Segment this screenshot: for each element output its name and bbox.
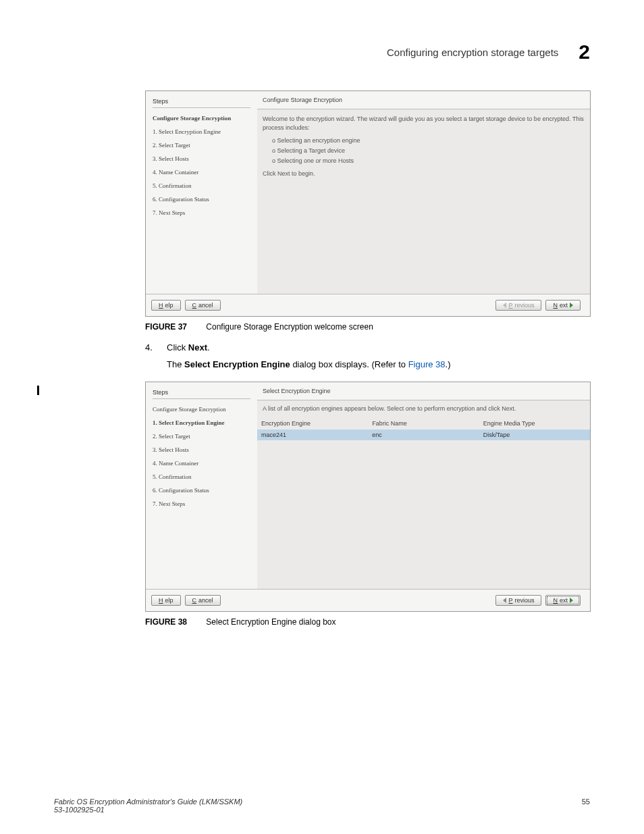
footer-book-title: Fabric OS Encryption Administrator's Gui…: [54, 798, 242, 806]
step-item: 2. Select Target: [153, 433, 250, 440]
wizard-intro-text: Welcome to the encryption wizard. The wi…: [263, 115, 585, 132]
engine-table-header: Encryption Engine Fabric Name Engine Med…: [257, 417, 590, 429]
wizard-steps-panel: Steps Configure Storage Encryption 1. Se…: [146, 382, 257, 589]
step-item: 1. Select Encryption Engine: [153, 128, 250, 135]
bullet-item: o Selecting a Target device: [272, 147, 585, 154]
step-item: 7. Next Steps: [153, 209, 250, 216]
step-item: 6. Configuration Status: [153, 487, 250, 494]
step-4-instruction: 4. Click Next.: [145, 342, 590, 353]
figure-38-caption: FIGURE 38 Select Encryption Engine dialo…: [145, 617, 590, 627]
triangle-left-icon: [503, 303, 506, 308]
wizard-click-next: Click Next to begin.: [263, 170, 585, 178]
step-item: 5. Confirmation: [153, 182, 250, 189]
step-text: Click Next.: [167, 342, 210, 353]
figure-number: FIGURE 38: [145, 617, 187, 627]
figure-37-dialog: Steps Configure Storage Encryption 1. Se…: [145, 90, 591, 317]
wizard-content-panel: Configure Storage Encryption Welcome to …: [257, 91, 590, 294]
engine-table-empty: [257, 440, 590, 589]
next-button[interactable]: Next: [545, 300, 581, 311]
step-number: 4.: [145, 342, 155, 353]
step-item: 6. Configuration Status: [153, 196, 250, 203]
triangle-left-icon: [503, 598, 506, 603]
header-title: Configuring encryption storage targets: [387, 47, 558, 58]
step-item: Configure Storage Encryption: [153, 406, 250, 413]
figure-number: FIGURE 37: [145, 322, 187, 332]
wizard-page-title: Configure Storage Encryption: [257, 91, 590, 109]
step-item: 3. Select Hosts: [153, 446, 250, 453]
step-item: 4. Name Container: [153, 169, 250, 176]
help-button[interactable]: Help: [151, 300, 181, 311]
figure-caption-text: Configure Storage Encryption welcome scr…: [206, 322, 373, 332]
steps-heading: Steps: [153, 98, 250, 108]
page-footer: Fabric OS Encryption Administrator's Gui…: [54, 798, 590, 814]
step-current: Configure Storage Encryption: [153, 115, 250, 122]
col-fabric-name: Fabric Name: [368, 417, 479, 429]
wizard-button-row: Help Cancel Previous Next: [146, 294, 590, 316]
bullet-item: o Selecting an encryption engine: [272, 137, 585, 144]
step-item: 7. Next Steps: [153, 500, 250, 507]
cell-media: Disk/Tape: [479, 429, 590, 440]
wizard-intro-text: A list of all encryption engines appears…: [257, 400, 590, 417]
triangle-right-icon: [570, 303, 573, 308]
help-button[interactable]: Help: [151, 595, 181, 606]
footer-part-number: 53-1002925-01: [54, 806, 242, 814]
figure-caption-text: Select Encryption Engine dialog box: [206, 617, 336, 627]
col-engine-media-type: Engine Media Type: [479, 417, 590, 429]
previous-button[interactable]: Previous: [495, 595, 541, 606]
step-4-subtext: The Select Encryption Engine dialog box …: [167, 359, 590, 369]
cancel-button[interactable]: Cancel: [185, 300, 221, 311]
page-number: 55: [582, 798, 590, 814]
step-item: 3. Select Hosts: [153, 155, 250, 162]
next-button[interactable]: Next: [545, 595, 581, 606]
wizard-bullet-list: o Selecting an encryption engine o Selec…: [272, 137, 585, 164]
figure-38-link[interactable]: Figure 38: [408, 359, 446, 369]
triangle-right-icon: [570, 598, 573, 603]
cell-engine: mace241: [257, 429, 368, 440]
cancel-button[interactable]: Cancel: [185, 595, 221, 606]
wizard-steps-panel: Steps Configure Storage Encryption 1. Se…: [146, 91, 257, 294]
figure-37-caption: FIGURE 37 Configure Storage Encryption w…: [145, 322, 590, 332]
chapter-number: 2: [579, 41, 590, 63]
step-current: 1. Select Encryption Engine: [153, 419, 250, 426]
figure-38-dialog: Steps Configure Storage Encryption 1. Se…: [145, 382, 591, 612]
bullet-item: o Selecting one or more Hosts: [272, 157, 585, 164]
previous-button: Previous: [495, 300, 541, 311]
change-bar-icon: [37, 386, 39, 395]
step-item: 5. Confirmation: [153, 473, 250, 480]
step-item: 2. Select Target: [153, 142, 250, 149]
page-header: Configuring encryption storage targets 2: [41, 41, 590, 63]
engine-table-row[interactable]: mace241 enc Disk/Tape: [257, 429, 590, 440]
wizard-content-panel: Select Encryption Engine A list of all e…: [257, 382, 590, 589]
wizard-button-row: Help Cancel Previous Next: [146, 589, 590, 611]
wizard-page-title: Select Encryption Engine: [257, 382, 590, 400]
step-item: 4. Name Container: [153, 460, 250, 467]
cell-fabric: enc: [368, 429, 479, 440]
col-encryption-engine: Encryption Engine: [257, 417, 368, 429]
steps-heading: Steps: [153, 389, 250, 399]
